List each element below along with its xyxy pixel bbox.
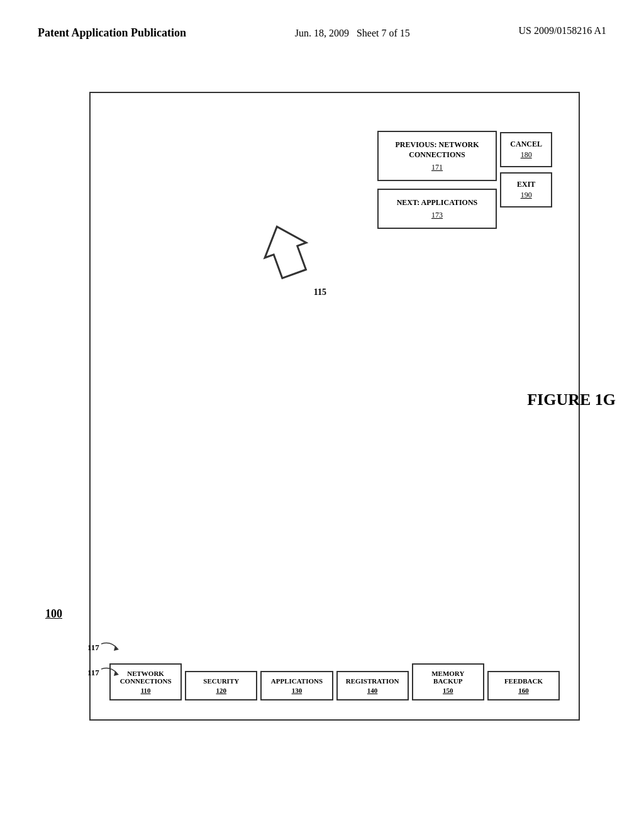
arrow-115-svg [254,219,317,282]
arrow-115-label: 115 [314,287,326,297]
right-panels-container: PREVIOUS: NETWORKCONNECTIONS 171 CANCEL … [377,131,566,229]
cancel-label: CANCEL [510,140,542,149]
tab-security: SECURITY 120 [185,671,257,700]
tab-app-number: 130 [267,687,326,694]
header-publication-label: Patent Application Publication [38,25,186,41]
svg-marker-2 [114,671,119,676]
previous-panel-title: PREVIOUS: NETWORKCONNECTIONS [389,140,486,161]
svg-marker-1 [114,646,119,651]
tab-registration: REGISTRATION 140 [336,671,409,700]
tab-applications: APPLICATIONS 130 [260,671,333,700]
next-panel-number: 173 [389,211,486,220]
arrow-117-top-svg [101,641,123,656]
tab-reg-label: REGISTRATION [343,677,402,685]
page-header: Patent Application Publication Jun. 18, … [0,0,644,54]
previous-panel-number: 171 [389,163,486,172]
previous-panel: PREVIOUS: NETWORKCONNECTIONS 171 CANCEL … [377,131,497,182]
figure-label: FIGURE 1G [527,390,616,409]
svg-marker-0 [256,219,314,281]
tab-nc-number: 110 [116,687,175,694]
tab-memory-backup: MEMORYBACKUP 150 [412,663,484,700]
ref-100-label: 100 [45,607,62,621]
tab-mem-number: 150 [418,687,478,694]
tab-sec-number: 120 [191,687,251,694]
ref-117-bottom: 117 [87,666,123,682]
main-content: 100 115 PREVIOUS: NETWORKCONNECTIONS 171 [0,54,644,746]
tab-app-label: APPLICATIONS [267,677,326,685]
ref-117-top: 117 [87,641,123,656]
tab-sec-label: SECURITY [191,677,251,685]
tab-feed-label: FEEDBACK [494,677,553,685]
bottom-tabs-container: 117 117 NETWORKCONNECTIONS 1 [109,663,560,700]
tab-nc-label: NETWORKCONNECTIONS [116,670,175,685]
header-date-sheet: Jun. 18, 2009 Sheet 7 of 15 [295,25,410,42]
cancel-exit-container: CANCEL 180 EXIT 190 [500,132,552,208]
tab-feedback: FEEDBACK 160 [487,671,560,700]
exit-number: 190 [510,191,542,200]
header-patent-number: US 2009/0158216 A1 [518,25,606,36]
header-date: Jun. 18, 2009 [295,28,349,38]
diagram-box: 115 PREVIOUS: NETWORKCONNECTIONS 171 CAN… [89,92,580,721]
cancel-number: 180 [510,150,542,160]
tab-mem-label: MEMORYBACKUP [418,670,478,685]
cancel-box: CANCEL 180 [500,132,552,167]
next-panel: NEXT: APPLICATIONS 173 [377,189,497,229]
arrow-117-bottom-svg [101,666,123,682]
exit-box: EXIT 190 [500,172,552,208]
tab-reg-number: 140 [343,687,402,694]
header-sheet: Sheet 7 of 15 [357,28,410,38]
next-panel-title: NEXT: APPLICATIONS [389,197,486,208]
arrow-115-area: 115 [254,219,330,294]
exit-label: EXIT [510,180,542,189]
tab-feed-number: 160 [494,687,553,694]
